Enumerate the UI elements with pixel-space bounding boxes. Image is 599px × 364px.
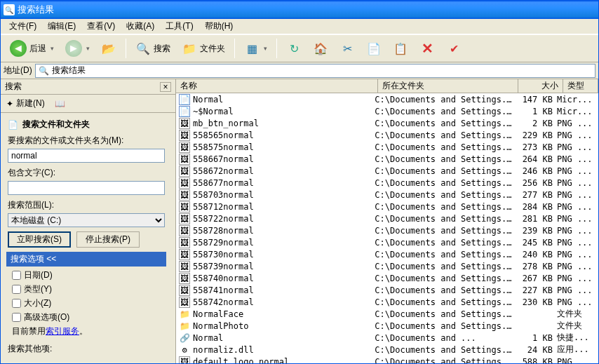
file-size: 267 KB (513, 274, 557, 283)
file-type: PNG ... (557, 226, 598, 236)
menu-favorites[interactable]: 收藏(A) (121, 19, 160, 34)
file-row[interactable]: 🖼558740normalC:\Documents and Settings..… (176, 272, 598, 284)
chevron-down-icon: ▾ (264, 45, 267, 52)
cut-button[interactable]: ✂ (335, 38, 360, 59)
menu-tools[interactable]: 工具(T) (160, 19, 198, 34)
folders-button[interactable]: 📁 文件夹 (177, 38, 230, 59)
search-form: 📄 搜索文件和文件夹 要搜索的文件或文件夹名为(M): 包含文字(C): 搜索范… (1, 113, 175, 363)
search-result-icon: 🔍 (4, 4, 15, 15)
search-sidebar: 搜索 × ✦新建(N) 📖 📄 搜索文件和文件夹 要搜索的文件或文件夹名为(M)… (1, 79, 176, 363)
file-folder: C:\Documents and Settings... (375, 166, 513, 176)
file-icon: 🖼 (179, 154, 190, 165)
file-folder: C:\Documents and Settings... (375, 95, 513, 105)
file-name: 558730normal (193, 250, 254, 259)
file-row[interactable]: 🔗NormalC:\Documents and ...1 KB快捷... (176, 332, 598, 344)
check-button[interactable]: ✔ (441, 38, 466, 59)
views-button[interactable]: ▦▾ (239, 38, 272, 59)
file-folder: C:\Documents and Settings... (375, 238, 513, 248)
menu-edit[interactable]: 编辑(E) (42, 19, 81, 34)
menu-file[interactable]: 文件(F) (4, 19, 42, 34)
file-row[interactable]: ⚙normaliz.dllC:\Documents and Settings..… (176, 344, 598, 356)
file-row[interactable]: 📄~$NormalC:\Documents and Settings...1 K… (176, 105, 598, 117)
file-name: NormalFace (193, 309, 243, 319)
search-result-icon: 🔍 (39, 66, 49, 76)
file-size: 273 KB (513, 142, 557, 152)
file-row[interactable]: 🖼mb_btn_normalC:\Documents and Settings.… (176, 117, 598, 129)
menu-help[interactable]: 帮助(H) (199, 19, 239, 34)
file-folder: C:\Documents and Settings... (375, 345, 513, 355)
col-folder[interactable]: 所在文件夹 (378, 79, 518, 93)
file-row[interactable]: 🖼558742normalC:\Documents and Settings..… (176, 296, 598, 308)
file-row[interactable]: 🖼default_logo_normalC:\Documents and Set… (176, 356, 598, 363)
file-row[interactable]: 🖼558703normalC:\Documents and Settings..… (176, 189, 598, 201)
file-icon: 📁 (179, 321, 190, 332)
contains-input[interactable] (8, 181, 165, 195)
file-folder: C:\Documents and Settings... (375, 285, 513, 295)
file-icon: 🖼 (179, 285, 190, 296)
file-row[interactable]: 🖼558741normalC:\Documents and Settings..… (176, 284, 598, 296)
date-checkbox[interactable] (12, 271, 21, 280)
filename-input[interactable] (8, 149, 165, 163)
file-row[interactable]: 🖼558728normalC:\Documents and Settings..… (176, 224, 598, 236)
file-type: PNG ... (557, 166, 598, 176)
file-row[interactable]: 🖼558729normalC:\Documents and Settings..… (176, 236, 598, 248)
file-row[interactable]: 🖼558565normalC:\Documents and Settings..… (176, 129, 598, 141)
up-button[interactable]: 📂 (96, 38, 121, 59)
file-icon: 🖼 (179, 261, 190, 272)
forward-button[interactable]: ► ▾ (60, 38, 95, 59)
col-size[interactable]: 大小 (518, 79, 563, 93)
file-row[interactable]: 📄NormalC:\Documents and Settings...147 K… (176, 93, 598, 105)
file-name: 558667normal (193, 154, 254, 164)
folders-icon: 📁 (182, 41, 197, 56)
file-row[interactable]: 🖼558722normalC:\Documents and Settings..… (176, 213, 598, 224)
file-folder: C:\Documents and ... (375, 333, 513, 343)
file-row[interactable]: 🖼558739normalC:\Documents and Settings..… (176, 260, 598, 272)
col-type[interactable]: 类型 (563, 79, 598, 93)
file-type: PNG ... (557, 119, 598, 128)
address-field[interactable]: 🔍 搜索结果 (35, 64, 595, 78)
back-button[interactable]: ◄ 后退 ▾ (5, 38, 59, 59)
file-row[interactable]: 🖼558575normalC:\Documents and Settings..… (176, 141, 598, 153)
new-icon: ✦ (6, 99, 13, 109)
search-now-button[interactable]: 立即搜索(S) (8, 231, 71, 248)
size-checkbox[interactable] (12, 299, 21, 308)
menu-view[interactable]: 查看(V) (81, 19, 121, 34)
copy-button[interactable]: 📄 (361, 38, 386, 59)
type-checkbox[interactable] (12, 285, 21, 294)
home-icon: 🏠 (313, 41, 328, 56)
file-row[interactable]: 🖼558672normalC:\Documents and Settings..… (176, 165, 598, 177)
file-name: 558672normal (193, 166, 254, 176)
stop-search-button[interactable]: 停止搜索(P) (76, 231, 140, 248)
home-button[interactable]: 🏠 (308, 38, 333, 59)
indexing-service-link[interactable]: 索引服务 (46, 326, 79, 336)
scope-label: 搜索范围(L): (8, 199, 168, 211)
help-button[interactable]: 📖 (55, 99, 65, 109)
file-row[interactable]: 🖼558677normalC:\Documents and Settings..… (176, 177, 598, 189)
file-row[interactable]: 🖼558667normalC:\Documents and Settings..… (176, 153, 598, 165)
col-name[interactable]: 名称 (176, 79, 378, 93)
advanced-checkbox[interactable] (12, 313, 21, 322)
delete-button[interactable]: ✕ (415, 38, 440, 59)
file-name: normaliz.dll (193, 345, 254, 355)
file-list[interactable]: 📄NormalC:\Documents and Settings...147 K… (176, 93, 598, 363)
search-button[interactable]: 🔍 搜索 (130, 38, 175, 59)
file-row[interactable]: 📁NormalFaceC:\Documents and Settings...文… (176, 308, 598, 320)
file-row[interactable]: 🖼558730normalC:\Documents and Settings..… (176, 248, 598, 260)
new-search-button[interactable]: ✦新建(N) (6, 97, 45, 109)
close-sidebar-button[interactable]: × (160, 82, 171, 92)
file-size: 1 KB (513, 333, 557, 343)
file-row[interactable]: 📁NormalPhotoC:\Documents and Settings...… (176, 320, 598, 332)
search-options-toggle[interactable]: 搜索选项 << (6, 252, 166, 267)
file-folder: C:\Documents and Settings... (375, 357, 513, 364)
file-size: 264 KB (513, 154, 557, 164)
file-size: 245 KB (513, 238, 557, 248)
file-icon: 📁 (179, 309, 190, 320)
file-row[interactable]: 🖼558712normalC:\Documents and Settings..… (176, 201, 598, 213)
separator (126, 39, 126, 58)
titlebar[interactable]: 🔍 搜索结果 (1, 1, 598, 19)
file-icon: 🖼 (179, 142, 190, 153)
file-folder: C:\Documents and Settings... (375, 119, 513, 128)
paste-button[interactable]: 📋 (388, 38, 413, 59)
refresh-button[interactable]: ↻ (281, 38, 307, 59)
scope-select[interactable]: 本地磁盘 (C:) (8, 213, 165, 227)
